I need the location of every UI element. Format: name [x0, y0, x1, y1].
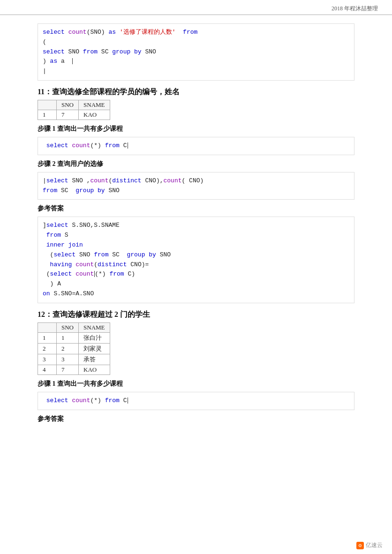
top-code-block: select count(SNO) as '选修了课程的人数' from ( s… — [38, 23, 354, 81]
step1-code: select count(*) from C — [38, 137, 354, 155]
brand-logo-icon: ⊙ — [356, 542, 364, 549]
table-row: 1 7 KAO — [38, 110, 110, 120]
step-2-heading: 步骤 2 查询用户的选修 — [38, 160, 354, 168]
answer11-code: ]select S.SNO,S.SNAME from S inner join … — [38, 217, 354, 303]
table-cell-rownum: 3 — [38, 354, 57, 365]
table-cell-sname: 刘家灵 — [79, 343, 110, 354]
step2-code: |select SNO ,count(distinct CNO),count( … — [38, 172, 354, 200]
table-cell-sno: 3 — [57, 354, 79, 365]
table-cell-rownum: 1 — [38, 110, 57, 120]
table-cell-rownum: 4 — [38, 365, 57, 374]
table-header-rownum — [38, 100, 57, 110]
table-cell-sno: 1 — [57, 332, 79, 343]
step-1-heading: 步骤 1 查询出一共有多少课程 — [38, 125, 354, 133]
section-11-title: 11：查询选修全部课程的学员的编号，姓名 — [38, 87, 354, 97]
answer-11-heading: 参考答案 — [38, 204, 354, 213]
section-12-table: SNO SNAME 1 1 张白汁 2 2 刘家灵 3 3 承答 4 7 — [38, 322, 110, 375]
table-header-rownum — [38, 322, 57, 332]
header-title: 2018 年程沐喆整理 — [332, 5, 378, 12]
table-row: 1 1 张白汁 — [38, 332, 110, 343]
page-footer: ⊙ 亿速云 — [356, 541, 383, 549]
section12-step1-code: select count(*) from C — [38, 392, 354, 410]
table-header-sname: SNAME — [79, 100, 110, 110]
table-row: 4 7 KAO — [38, 365, 110, 374]
table-header-sno: SNO — [57, 322, 79, 332]
table-row: 3 3 承答 — [38, 354, 110, 365]
table-cell-rownum: 2 — [38, 343, 57, 354]
main-content: select count(SNO) as '选修了课程的人数' from ( s… — [0, 15, 392, 434]
table-cell-sno: 7 — [57, 110, 79, 120]
section-11-table: SNO SNAME 1 7 KAO — [38, 100, 110, 120]
table-cell-sno: 7 — [57, 365, 79, 374]
brand-name: 亿速云 — [366, 541, 383, 549]
table-row: 2 2 刘家灵 — [38, 343, 110, 354]
section-12-title: 12：查询选修课程超过 2 门的学生 — [38, 310, 354, 320]
page-header: 2018 年程沐喆整理 — [0, 0, 392, 15]
answer-12-heading: 参考答案 — [38, 415, 354, 423]
table-cell-sname: KAO — [79, 110, 110, 120]
table-header-sname: SNAME — [79, 322, 110, 332]
section12-step-1-heading: 步骤 1 查询出一共有多少课程 — [38, 380, 354, 388]
table-cell-rownum: 1 — [38, 332, 57, 343]
table-cell-sname: 承答 — [79, 354, 110, 365]
table-header-sno: SNO — [57, 100, 79, 110]
table-cell-sno: 2 — [57, 343, 79, 354]
table-cell-sname: KAO — [79, 365, 110, 374]
table-cell-sname: 张白汁 — [79, 332, 110, 343]
